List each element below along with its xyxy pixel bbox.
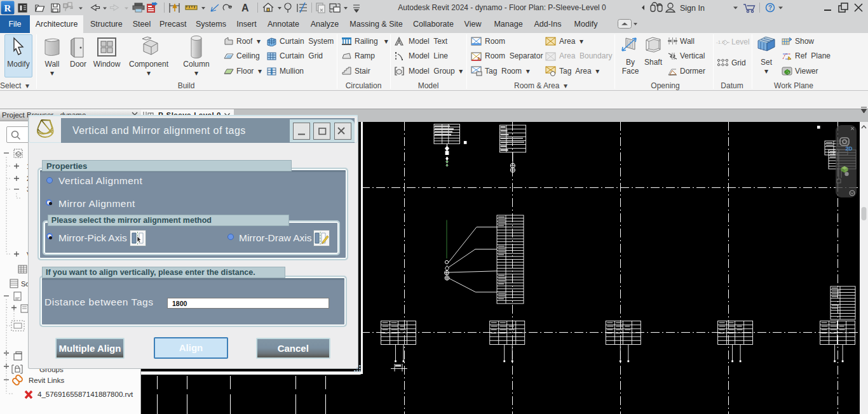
svg-text:Sign In: Sign In — [680, 4, 705, 13]
svg-text:?: ? — [768, 4, 772, 11]
svg-text:4_5769165587141887800.rvt: 4_5769165587141887800.rvt — [37, 391, 133, 398]
svg-text:Revit Links: Revit Links — [29, 377, 64, 384]
svg-text:A: A — [241, 3, 249, 13]
svg-text:2D: 2D — [845, 145, 852, 152]
svg-text:R: R — [4, 3, 11, 13]
